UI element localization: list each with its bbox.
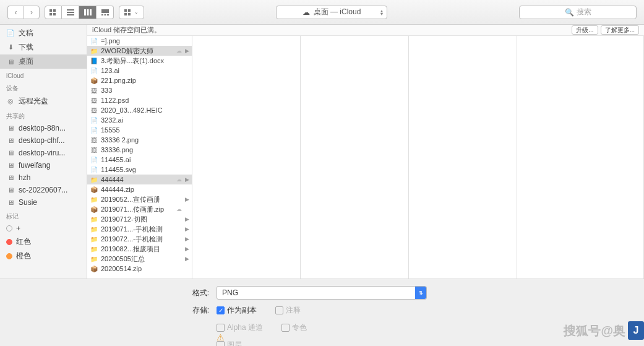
svg-rect-15 xyxy=(128,9,131,12)
file-name: 3.考勤异...表(1).docx xyxy=(101,56,164,66)
sidebar-header-shared: 共享的 xyxy=(0,108,87,122)
svg-icon: 📄 xyxy=(90,166,98,173)
columns-icon xyxy=(84,9,92,15)
file-row[interactable]: 📄3232.ai xyxy=(87,115,192,125)
desktop-icon: 🖥 xyxy=(6,58,15,66)
upgrade-button[interactable]: 升级... xyxy=(572,25,598,35)
checkbox-icon xyxy=(217,324,225,332)
file-row[interactable]: 🖼1122.psd xyxy=(87,95,192,105)
sidebar-item-shared[interactable]: 🖥desktop-clhf... xyxy=(0,134,87,147)
svg-rect-2 xyxy=(49,13,52,15)
format-select[interactable]: PNG ⇅ xyxy=(217,286,427,300)
file-row[interactable]: 🖼33336.png xyxy=(87,145,192,155)
search-icon: 🔍 xyxy=(565,8,574,17)
file-name: 114455.ai xyxy=(101,156,131,163)
sidebar-item-shared[interactable]: 🖥fuweifang xyxy=(0,159,87,171)
chevron-right-icon: ▶ xyxy=(185,236,189,242)
file-row[interactable]: 📦444444.zip xyxy=(87,184,192,194)
file-name: 2019071...传画册.zip xyxy=(101,205,164,214)
file-name: 1122.psd xyxy=(101,97,129,104)
sidebar-item-shared[interactable]: 🖥desktop-88n... xyxy=(0,122,87,134)
doc-icon: 📄 xyxy=(6,29,15,38)
sidebar-header-devices: 设备 xyxy=(0,80,87,94)
save-label: 存储: xyxy=(0,305,217,316)
file-row[interactable]: 📄114455.svg xyxy=(87,165,192,175)
path-bar[interactable]: ☁ 桌面 — iCloud ▴▾ xyxy=(276,6,387,19)
sidebar-item-downloads[interactable]: ⬇下载 xyxy=(0,40,87,54)
file-name: 114455.svg xyxy=(101,166,136,173)
file-column-0[interactable]: 📄=].png📁2WORD解密大师☁▶📘3.考勤异...表(1).docx📄12… xyxy=(87,36,192,279)
arrange-button[interactable]: ⌄ xyxy=(119,6,144,19)
file-column-2[interactable] xyxy=(301,36,409,279)
sidebar-item-documents[interactable]: 📄文稿 xyxy=(0,26,87,40)
format-label: 格式: xyxy=(0,288,217,298)
file-row[interactable]: 📄114455.ai xyxy=(87,155,192,165)
file-column-1[interactable] xyxy=(192,36,301,279)
warning-icon: ⚠ xyxy=(217,332,225,342)
back-button[interactable]: ‹ xyxy=(7,6,24,19)
svg-rect-11 xyxy=(101,14,103,15)
file-column-4[interactable] xyxy=(517,36,644,279)
computer-icon: 🖥 xyxy=(6,173,15,182)
folder-icon: 📁 xyxy=(90,196,98,203)
chevron-right-icon: ▶ xyxy=(185,216,189,222)
file-name: 221.png.zip xyxy=(101,77,136,84)
file-row[interactable]: 🖼333 xyxy=(87,85,192,95)
zip-icon: 📦 xyxy=(90,77,98,84)
file-row[interactable]: 📦2019071...传画册.zip☁ xyxy=(87,204,192,214)
grid-icon xyxy=(49,9,57,15)
svg-rect-13 xyxy=(107,14,109,15)
learn-more-button[interactable]: 了解更多... xyxy=(601,25,639,35)
doc-icon: 📄 xyxy=(90,126,98,134)
main-area: 📄文稿 ⬇下载 🖥桌面 iCloud 设备 ◎远程光盘 共享的 🖥desktop… xyxy=(0,25,644,279)
file-row[interactable]: 📁2019082...报废项目▶ xyxy=(87,244,192,254)
gallery-icon xyxy=(101,9,109,15)
file-row[interactable]: 📄=].png xyxy=(87,36,192,46)
zip-icon: 📦 xyxy=(90,186,98,193)
file-row[interactable]: 📁2019072...-手机检测▶ xyxy=(87,234,192,244)
forward-button[interactable]: › xyxy=(24,6,40,19)
view-icons-button[interactable] xyxy=(45,6,62,19)
sidebar-item-shared[interactable]: 🖥hzh xyxy=(0,171,87,184)
file-row[interactable]: 📁20190712-切图▶ xyxy=(87,214,192,224)
file-row[interactable]: 📦20200514.zip xyxy=(87,264,192,274)
folder-icon: 📁 xyxy=(90,176,98,183)
view-gallery-button[interactable] xyxy=(97,6,114,19)
svg-rect-4 xyxy=(67,9,74,11)
icloud-banner: iCloud 储存空间已满。 升级... 了解更多... xyxy=(87,25,644,36)
sidebar-item-shared[interactable]: 🖥desktop-viru... xyxy=(0,147,87,159)
sidebar-tag[interactable]: 橙色 xyxy=(0,249,87,263)
download-icon: ⬇ xyxy=(6,43,15,52)
file-row[interactable]: 🖼33336 2.png xyxy=(87,135,192,145)
cloud-icon: ☁ xyxy=(303,8,310,17)
file-row[interactable]: 📁2WORD解密大师☁▶ xyxy=(87,46,192,56)
cloud-icon: ☁ xyxy=(176,48,182,54)
svg-rect-3 xyxy=(53,13,56,15)
file-row[interactable]: 📁444444☁▶ xyxy=(87,175,192,184)
file-row[interactable]: 📄123.ai xyxy=(87,66,192,76)
sidebar-item-desktop[interactable]: 🖥桌面 xyxy=(0,54,87,69)
checkbox-as-copy[interactable]: ✓作为副本 xyxy=(217,305,257,316)
computer-icon: 🖥 xyxy=(6,186,15,194)
file-row[interactable]: 📁2019052...宣传画册▶ xyxy=(87,194,192,204)
view-columns-button[interactable] xyxy=(79,6,97,19)
file-name: 333 xyxy=(101,87,112,94)
file-row[interactable]: 📁2019071...-手机检测▶ xyxy=(87,224,192,234)
format-value: PNG xyxy=(222,288,238,297)
sidebar-tag[interactable]: + xyxy=(0,222,87,235)
file-row[interactable]: 📁20200505汇总▶ xyxy=(87,254,192,264)
file-row[interactable]: 📄15555 xyxy=(87,125,192,135)
file-row[interactable]: 🖼2020_03...492.HEIC xyxy=(87,105,192,115)
file-row[interactable]: 📘3.考勤异...表(1).docx xyxy=(87,56,192,66)
sidebar-item-shared[interactable]: 🖥Susie xyxy=(0,196,87,209)
file-row[interactable]: 📦221.png.zip xyxy=(87,76,192,85)
sidebar-header-tags: 标记 xyxy=(0,209,87,222)
svg-rect-7 xyxy=(84,9,86,15)
sidebar-tag[interactable]: 红色 xyxy=(0,235,87,249)
sidebar-item-remote-disc[interactable]: ◎远程光盘 xyxy=(0,94,87,108)
search-field[interactable]: 🔍 搜索 xyxy=(519,6,637,19)
sidebar-item-shared[interactable]: 🖥sc-20220607... xyxy=(0,184,87,196)
folder-icon: 📁 xyxy=(90,255,98,262)
file-column-3[interactable] xyxy=(409,36,517,279)
view-list-button[interactable] xyxy=(62,6,79,19)
